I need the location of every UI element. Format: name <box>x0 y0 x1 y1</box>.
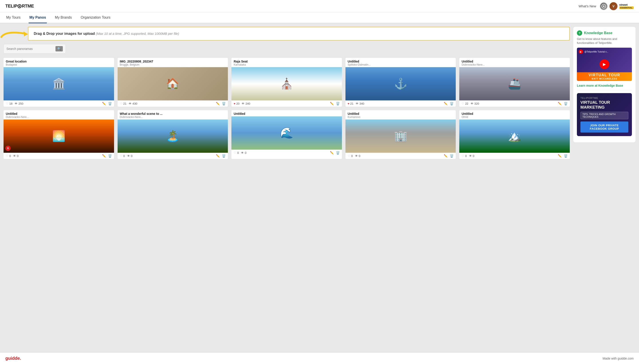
drop-zone[interactable]: Drag & Drop your images for upload (Max … <box>28 27 570 40</box>
delete-button[interactable]: 🗑️ <box>336 151 340 154</box>
pano-views: 👁 250 <box>15 102 23 105</box>
whats-new-link[interactable]: What's New <box>578 4 596 8</box>
pano-actions: ♡ 22 👁 320 ✏️ 🗑️ <box>459 100 570 107</box>
guidde-logo: guidde. <box>5 356 21 361</box>
pano-title: Untitled <box>234 112 340 116</box>
pano-thumbnail[interactable]: ⛪ <box>231 67 342 100</box>
pano-thumbnail[interactable]: ⚓ <box>346 67 456 100</box>
pano-title: Untitled <box>6 112 112 116</box>
pano-thumbnail[interactable]: 🏛️ <box>4 67 114 100</box>
pano-title: Untitled <box>462 112 567 116</box>
delete-button[interactable]: 🗑️ <box>564 102 567 105</box>
pano-title: What a wonderful scene to ... <box>120 112 226 116</box>
drop-zone-text: Drag & Drop your images for upload <box>34 32 96 36</box>
pano-card: IMG_20220808_202347 Brugge, Belgium 🏠 ♡ … <box>118 58 228 107</box>
knowledge-base-card: ? Knowledge Base Get to know about featu… <box>573 27 635 142</box>
pano-thumbnail[interactable]: 🚢 <box>459 67 570 100</box>
notification-badge: 6 <box>5 146 11 151</box>
delete-button[interactable]: 🗑️ <box>450 102 454 105</box>
pano-thumbnail[interactable]: 🏝️ <box>118 120 228 153</box>
drop-zone-wrapper: Drag & Drop your images for upload (Max … <box>4 27 570 40</box>
pano-location: Ohrid <box>462 116 567 118</box>
delete-button[interactable]: 🗑️ <box>108 102 112 105</box>
knowledge-base-title: Knowledge Base <box>584 31 612 35</box>
delete-button[interactable]: 🗑️ <box>222 102 226 105</box>
play-button[interactable]: ▶ <box>599 60 609 69</box>
edit-button[interactable]: ✏️ <box>444 102 448 105</box>
content-area: Drag & Drop your images for upload (Max … <box>4 27 570 159</box>
virtual-tour-label: VIRTUAL TOUR <box>579 73 630 77</box>
pano-card: Untitled Dubrovacko-Nere... 🚢 ♡ 22 👁 320 <box>459 58 570 107</box>
pano-actions: ♡ 0 👁 0 ✏️ 🗑️ <box>346 153 456 159</box>
pano-thumbnail[interactable]: 🏢 <box>346 120 456 153</box>
logo[interactable]: TELIP RTME <box>5 4 34 9</box>
edit-button[interactable]: ✏️ <box>558 102 562 105</box>
pano-location: Kumanovo <box>348 116 454 118</box>
marketing-title: VIRTUAL TOUR MARKETING <box>580 100 628 110</box>
search-input[interactable] <box>7 47 56 50</box>
facebook-group-button[interactable]: JOIN OUR PRIVATE FACEBOOK GROUP <box>580 122 628 132</box>
pano-thumbnail[interactable]: 🌊 <box>231 116 342 150</box>
pano-card: Untitled Splitsko-Dalmatin... ⚓ ♥ 21 👁 3… <box>346 58 456 107</box>
delete-button[interactable]: 🗑️ <box>336 102 340 105</box>
marketing-sub: TIPS, TRICKS AND GROWTH TECHNIQUES <box>580 112 628 119</box>
user-badge: ESSENTIAL <box>619 6 634 9</box>
delete-button[interactable]: 🗑️ <box>450 154 454 158</box>
edit-button[interactable]: ✏️ <box>330 151 334 154</box>
edit-button[interactable]: ✏️ <box>558 154 562 158</box>
pano-thumbnail[interactable]: 🌅 6 <box>4 120 114 153</box>
sidebar-divider <box>577 90 632 90</box>
video-thumbnail[interactable]: ▶ @TeliportMe Tutorial v... ▶ VIRTUAL TO… <box>577 48 632 81</box>
delete-button[interactable]: 🗑️ <box>222 154 226 158</box>
pano-location: Splitsko-Dalmatin... <box>348 63 454 66</box>
tab-my-tours[interactable]: My Tours <box>5 12 22 23</box>
edit-button[interactable]: ✏️ <box>216 102 220 105</box>
footer: guidde. Made with guidde.com <box>0 352 639 364</box>
pano-grid: Great location Budapest 🏛️ ♡ 18 👁 250 <box>4 58 570 159</box>
user-avatar[interactable]: V <box>609 2 617 10</box>
pano-location: Karnataka <box>234 63 340 66</box>
sidebar: ? Knowledge Base Get to know about featu… <box>573 27 635 159</box>
svg-marker-2 <box>24 32 28 36</box>
arrow-indicator <box>0 27 30 40</box>
pano-card: What a wonderful scene to ... Dubrovacko… <box>118 110 228 159</box>
main-layout: Drag & Drop your images for upload (Max … <box>0 23 639 162</box>
pano-card: Raja Seat Karnataka ⛪ ♥ 20 👁 240 <box>231 58 342 107</box>
marketing-card: TELIPORTME VIRTUAL TOUR MARKETING TIPS, … <box>577 93 632 136</box>
tab-my-brands[interactable]: My Brands <box>54 12 73 23</box>
edit-button[interactable]: ✏️ <box>330 102 334 105</box>
logo-target-icon <box>18 4 22 8</box>
knowledge-base-icon: ? <box>577 30 582 36</box>
tab-org-tours[interactable]: Organization Tours <box>80 12 111 23</box>
video-channel: @TeliportMe Tutorial v... <box>584 50 608 53</box>
search-button[interactable]: 🔍 <box>56 46 63 52</box>
pano-title: IMG_20220808_202347 <box>120 60 226 63</box>
edit-button[interactable]: ✏️ <box>102 154 106 158</box>
pano-card: Untitled Dubrovacko-Nere... 🌅 6 ♡ 0 👁 0 <box>4 110 114 159</box>
learn-more-link[interactable]: Learn more at Knowledge Base <box>577 84 623 87</box>
delete-button[interactable]: 🗑️ <box>108 154 112 158</box>
pano-title: Untitled <box>462 60 567 63</box>
tab-my-panos[interactable]: My Panos <box>29 12 47 23</box>
edit-button[interactable]: ✏️ <box>444 154 448 158</box>
pano-actions: ♥ 21 👁 340 ✏️ 🗑️ <box>346 100 456 107</box>
kb-header: ? Knowledge Base <box>577 30 632 36</box>
pano-location: Dubrovacko-Nere... <box>6 116 112 118</box>
virtual-tour-badge: VIRTUAL TOUR MATT MCCANDLESS <box>577 72 632 81</box>
pano-location: Dubrovacko-Nere... <box>120 116 226 118</box>
pano-title: Raja Seat <box>234 60 340 63</box>
pano-card: Untitled 🌊 ♡ 0 👁 0 ✏️ <box>231 110 342 159</box>
teliport-avatar[interactable] <box>600 2 608 10</box>
edit-button[interactable]: ✏️ <box>102 102 106 105</box>
delete-button[interactable]: 🗑️ <box>564 154 567 158</box>
avatar-group: V vineet ESSENTIAL <box>600 2 634 10</box>
pano-likes: ♡ 18 <box>6 102 13 105</box>
user-info: vineet ESSENTIAL <box>619 3 634 9</box>
pano-thumbnail[interactable]: 🏠 <box>118 67 228 100</box>
pano-thumbnail[interactable]: 🏔️ <box>459 120 570 153</box>
pano-title: Untitled <box>348 60 454 63</box>
pano-location: Brugge, Belgium <box>120 63 226 66</box>
pano-card: Untitled Kumanovo 🏢 ♡ 0 👁 0 <box>346 110 456 159</box>
edit-button[interactable]: ✏️ <box>216 154 220 158</box>
header-right: What's New V vineet ESSENTIAL <box>578 2 634 10</box>
